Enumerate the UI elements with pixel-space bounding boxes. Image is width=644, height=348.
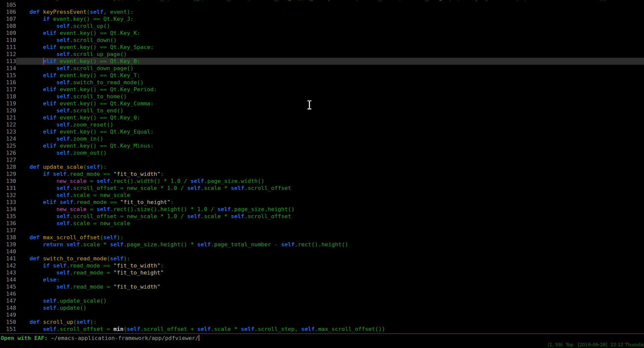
code-line-147[interactable]: 147 self.update_scale()	[0, 297, 644, 304]
line-content: elif self.read_mode == "fit_to_height":	[16, 199, 644, 206]
line-content: elif event.key() == Qt.Key_0:	[16, 114, 644, 121]
code-line-122[interactable]: 122 self.zoom_reset()	[0, 121, 644, 128]
status-date: [2018-06-28]	[578, 342, 607, 347]
line-content: self.zoom_in()	[16, 135, 644, 142]
code-line-141[interactable]: 141 def switch_to_read_mode(self):	[0, 255, 644, 262]
line-number: 106	[0, 8, 16, 15]
line-number: 113	[0, 58, 16, 65]
code-line-128[interactable]: 128 def update_scale(self):	[0, 163, 644, 170]
code-line-151[interactable]: 151 self.scroll_offset = min(self.scroll…	[0, 326, 644, 333]
line-number: 143	[0, 269, 16, 276]
code-line-113[interactable]: 113 elif event.key() == Qt.Key_B:	[0, 58, 644, 65]
code-editor[interactable]: 104 painter.drawPixmap(QRect(render_x, r…	[0, 0, 644, 333]
line-content	[16, 290, 644, 297]
minibuffer-cursor	[198, 335, 199, 341]
line-number: 142	[0, 262, 16, 269]
code-line-135[interactable]: 135 self.scroll_offset = new_scale * 1.0…	[0, 213, 644, 220]
line-content: def update_scale(self):	[16, 163, 644, 170]
line-number: 147	[0, 297, 16, 304]
line-content: self.scroll_to_end()	[16, 107, 644, 114]
line-content: elif event.key() == Qt.Key_Comma:	[16, 100, 644, 107]
code-line-111[interactable]: 111 elif event.key() == Qt.Key_Space:	[0, 44, 644, 51]
line-number: 136	[0, 220, 16, 227]
code-line-112[interactable]: 112 self.scroll_up_page()	[0, 51, 644, 58]
code-line-142[interactable]: 142 if self.read_mode == "fit_to_width":	[0, 262, 644, 269]
code-line-137[interactable]: 137	[0, 227, 644, 234]
line-content: self.switch_to_read_mode()	[16, 79, 644, 86]
code-line-108[interactable]: 108 self.scroll_up()	[0, 22, 644, 30]
line-number: 130	[0, 178, 16, 185]
code-line-109[interactable]: 109 elif event.key() == Qt.Key_K:	[0, 30, 644, 37]
code-line-106[interactable]: 106 def keyPressEvent(self, event):	[0, 8, 644, 15]
code-line-149[interactable]: 149	[0, 311, 644, 318]
line-content: elif event.key() == Qt.Key_K:	[16, 30, 644, 37]
line-content: def switch_to_read_mode(self):	[16, 255, 644, 262]
code-line-120[interactable]: 120 self.scroll_to_end()	[0, 107, 644, 114]
minibuffer-prompt: Open with EAF:	[1, 335, 51, 341]
code-line-117[interactable]: 117 elif event.key() == Qt.Key_Period:	[0, 86, 644, 93]
line-number: 116	[0, 79, 16, 86]
line-content: elif event.key() == Qt.Key_Minus:	[16, 142, 644, 149]
code-line-126[interactable]: 126 self.zoom_out()	[0, 149, 644, 156]
code-line-124[interactable]: 124 self.zoom_in()	[0, 135, 644, 142]
line-content: def scroll_up(self):	[16, 318, 644, 326]
code-line-119[interactable]: 119 elif event.key() == Qt.Key_Comma:	[0, 100, 644, 107]
line-number: 125	[0, 142, 16, 149]
line-content: self.scroll_down_page()	[16, 65, 644, 72]
code-line-107[interactable]: 107 if event.key() == Qt.Key_J:	[0, 15, 644, 22]
line-content: self.zoom_reset()	[16, 121, 644, 128]
code-line-134[interactable]: 134 new_scale = self.rect().size().heigh…	[0, 206, 644, 213]
code-line-121[interactable]: 121 elif event.key() == Qt.Key_0:	[0, 114, 644, 121]
line-number: 149	[0, 311, 16, 318]
code-line-115[interactable]: 115 elif event.key() == Qt.Key_T:	[0, 72, 644, 79]
code-line-136[interactable]: 136 self.scale = new_scale	[0, 220, 644, 227]
line-number: 139	[0, 241, 16, 248]
code-line-130[interactable]: 130 new_scale = self.rect().width() * 1.…	[0, 178, 644, 185]
code-line-114[interactable]: 114 self.scroll_down_page()	[0, 65, 644, 72]
line-number: 117	[0, 86, 16, 93]
line-number: 138	[0, 234, 16, 241]
line-content: if event.key() == Qt.Key_J:	[16, 15, 644, 22]
line-number: 137	[0, 227, 16, 234]
minibuffer-input[interactable]: ~/emacs-application-framework/app/pdfvie…	[51, 335, 199, 341]
line-content: new_scale = self.rect().width() * 1.0 / …	[16, 178, 644, 185]
line-content: self.scale = new_scale	[16, 192, 644, 199]
line-content: self.scale = new_scale	[16, 220, 644, 227]
line-number: 151	[0, 326, 16, 333]
code-line-148[interactable]: 148 self.update()	[0, 304, 644, 311]
code-line-140[interactable]: 140	[0, 248, 644, 255]
line-content: if self.read_mode == "fit_to_width":	[16, 262, 644, 269]
line-content: def max_scroll_offset(self):	[16, 234, 644, 241]
code-line-116[interactable]: 116 self.switch_to_read_mode()	[0, 79, 644, 86]
code-line-139[interactable]: 139 return self.scale * self.page_size.h…	[0, 241, 644, 248]
line-content: return self.scale * self.page_size.heigh…	[16, 241, 644, 248]
line-number: 132	[0, 192, 16, 199]
line-number: 119	[0, 100, 16, 107]
code-line-125[interactable]: 125 elif event.key() == Qt.Key_Minus:	[0, 142, 644, 149]
line-content	[16, 156, 644, 163]
line-number: 133	[0, 199, 16, 206]
code-line-127[interactable]: 127	[0, 156, 644, 163]
code-line-150[interactable]: 150 def scroll_up(self):	[0, 318, 644, 326]
code-line-144[interactable]: 144 else:	[0, 276, 644, 283]
line-content: self.update()	[16, 304, 644, 311]
line-content: def keyPressEvent(self, event):	[16, 8, 644, 15]
code-line-145[interactable]: 145 self.read_mode = "fit_to_width"	[0, 283, 644, 290]
code-line-138[interactable]: 138 def max_scroll_offset(self):	[0, 234, 644, 241]
code-line-110[interactable]: 110 self.scroll_down()	[0, 37, 644, 44]
code-line-132[interactable]: 132 self.scale = new_scale	[0, 192, 644, 199]
line-content: self.scroll_up()	[16, 22, 644, 30]
code-line-146[interactable]: 146	[0, 290, 644, 297]
code-line-118[interactable]: 118 self.scroll_to_home()	[0, 93, 644, 100]
line-number: 126	[0, 149, 16, 156]
line-number: 128	[0, 163, 16, 170]
code-line-133[interactable]: 133 elif self.read_mode == "fit_to_heigh…	[0, 199, 644, 206]
line-content: else:	[16, 276, 644, 283]
line-content: self.scroll_to_home()	[16, 93, 644, 100]
code-line-105[interactable]: 105	[0, 1, 644, 8]
minibuffer[interactable]: Open with EAF: ~/emacs-application-frame…	[1, 335, 199, 342]
code-line-129[interactable]: 129 if self.read_mode == "fit_to_width":	[0, 170, 644, 178]
code-line-143[interactable]: 143 self.read_mode = "fit_to_height"	[0, 269, 644, 276]
code-line-131[interactable]: 131 self.scroll_offset = new_scale * 1.0…	[0, 185, 644, 192]
code-line-123[interactable]: 123 elif event.key() == Qt.Key_Equal:	[0, 128, 644, 135]
